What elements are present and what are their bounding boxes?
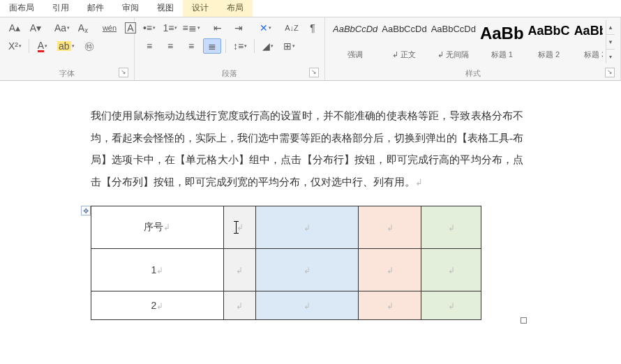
table-cell[interactable]: ↲	[359, 249, 421, 291]
document-table[interactable]: 序号↲↲↲↲↲1↲↲↲↲↲2↲↲↲↲↲	[91, 206, 481, 320]
chevron-down-icon: ▾	[269, 25, 271, 31]
style-name: 标题 2	[538, 50, 560, 60]
group-paragraph-label: 段落 ↘	[140, 67, 319, 79]
table-cell[interactable]: ↲	[255, 249, 359, 291]
gallery-scroll-up[interactable]: ▲	[606, 20, 615, 35]
cell-mark-icon: ↲	[304, 223, 310, 233]
align-distribute-icon: ≣	[208, 41, 216, 51]
bullets-button[interactable]: •≡▾	[140, 20, 158, 36]
text-cursor	[236, 221, 237, 234]
character-border-button[interactable]: A	[121, 20, 140, 36]
pilcrow-icon: ¶	[310, 23, 315, 33]
superscript-icon: X²	[8, 41, 18, 51]
sort-button[interactable]: A↓Z	[283, 20, 301, 36]
table-row[interactable]: 1↲↲↲↲↲	[91, 249, 481, 291]
cell-mark-icon: ↲	[448, 223, 455, 233]
style-item-1[interactable]: AaBbCcDd↲ 正文	[380, 20, 428, 62]
table-cell[interactable]: ↲	[223, 249, 255, 291]
group-font-label: 字体 ↘	[6, 67, 128, 79]
increase-indent-button[interactable]: ⇥	[230, 20, 248, 36]
table-cell[interactable]: ↲	[421, 291, 481, 320]
chevron-down-icon: ▾	[244, 43, 247, 49]
line-spacing-button[interactable]: ↕≡▾	[230, 38, 250, 54]
styles-gallery-scroll: ▲ ▼ ▾	[606, 20, 615, 63]
style-item-4[interactable]: AaBbC标题 2	[526, 20, 572, 62]
style-item-3[interactable]: AaBb标题 1	[478, 20, 526, 62]
table-cell[interactable]: 2↲	[91, 291, 224, 320]
grow-font-button[interactable]: A▴	[6, 20, 24, 36]
font-dialog-launcher[interactable]: ↘	[119, 68, 128, 77]
tab-view[interactable]: 视图	[148, 0, 183, 17]
align-right-button[interactable]: ≡	[182, 38, 200, 54]
asian-layout-button[interactable]: ✕▾	[256, 20, 274, 36]
styles-gallery: AaBbCcDd强调AaBbCcDd↲ 正文AaBbCcDd↲ 无间隔AaBb标…	[331, 20, 603, 62]
gallery-scroll-down[interactable]: ▼	[606, 35, 615, 50]
align-left-button[interactable]: ≡	[140, 38, 158, 54]
chevron-down-icon: ▾	[19, 43, 22, 49]
table-move-handle[interactable]: ✥	[81, 206, 91, 215]
document-area[interactable]: 我们使用鼠标拖动边线进行宽度或行高的设置时，并不能准确的使表格等距，导致表格分布…	[0, 81, 621, 364]
font-color-icon: A	[38, 40, 44, 52]
chevron-down-icon: ▾	[292, 43, 295, 49]
style-item-0[interactable]: AaBbCcDd强调	[331, 20, 380, 62]
group-font: A▴ A▾ Aa▾ Aᵪ wén A X²▾ A▾ ab▾ ㊕ 字体 ↘	[0, 17, 135, 80]
borders-button[interactable]: ⊞▾	[280, 38, 298, 54]
tab-references[interactable]: 引用	[43, 0, 78, 17]
table-row[interactable]: 序号↲↲↲↲↲	[91, 206, 481, 249]
change-case-button[interactable]: Aa▾	[53, 20, 71, 36]
shrink-font-button[interactable]: A▾	[27, 20, 45, 36]
tab-table-layout[interactable]: 布局	[218, 0, 253, 17]
enclose-char-button[interactable]: ㊕	[80, 38, 98, 54]
table-cell[interactable]: ↲	[359, 291, 421, 320]
sort-icon: A↓Z	[285, 24, 299, 32]
tab-table-design[interactable]: 设计	[183, 0, 218, 17]
char-border-icon: A	[125, 22, 135, 33]
multilevel-list-button[interactable]: ≡≣▾	[182, 20, 200, 36]
align-center-button[interactable]: ≡	[161, 38, 179, 54]
paragraph[interactable]: 我们使用鼠标拖动边线进行宽度或行高的设置时，并不能准确的使表格等距，导致表格分布…	[91, 105, 523, 193]
table-cell[interactable]: ↲	[255, 291, 359, 320]
increase-indent-icon: ⇥	[234, 23, 243, 33]
table-row[interactable]: 2↲↲↲↲↲	[91, 291, 481, 320]
align-center-icon: ≡	[167, 41, 173, 51]
table-cell[interactable]: ↲	[223, 206, 255, 249]
chevron-down-icon: ▾	[153, 25, 156, 31]
chevron-down-icon: ▾	[197, 25, 200, 31]
align-distribute-button[interactable]: ≣	[203, 38, 221, 54]
change-case-icon: Aa	[54, 23, 66, 33]
clear-formatting-button[interactable]: Aᵪ	[74, 20, 92, 36]
table-cell[interactable]: ↲	[421, 206, 481, 249]
superscript-button[interactable]: X²▾	[6, 38, 24, 54]
shading-button[interactable]: ◢▾	[259, 38, 277, 54]
group-font-label-text: 字体	[59, 69, 75, 77]
style-item-2[interactable]: AaBbCcDd↲ 无间隔	[429, 20, 478, 62]
cell-text: 序号	[144, 221, 163, 232]
tab-page-layout[interactable]: 面布局	[0, 0, 43, 17]
table-cell[interactable]: ↲	[255, 206, 359, 249]
table-cell[interactable]: ↲	[223, 291, 255, 320]
table-cell[interactable]: ↲	[421, 249, 481, 291]
char-shading-button[interactable]: ab▾	[54, 38, 77, 54]
decrease-indent-button[interactable]: ⇤	[209, 20, 227, 36]
style-preview: AaBbCcDd	[431, 24, 476, 34]
paragraph-dialog-launcher[interactable]: ↘	[309, 68, 319, 77]
phonetic-guide-button[interactable]: wén	[100, 20, 119, 36]
gallery-expand[interactable]: ▾	[606, 50, 615, 63]
cell-mark-icon: ↲	[387, 266, 394, 275]
table-cell[interactable]: 1↲	[91, 249, 224, 291]
table-resize-handle[interactable]	[521, 317, 527, 324]
cell-mark-icon: ↲	[236, 266, 243, 275]
clear-format-icon: Aᵪ	[78, 23, 88, 33]
table-cell[interactable]: 序号↲	[91, 206, 224, 249]
style-item-5[interactable]: AaBbC标题 3	[572, 20, 603, 62]
show-marks-button[interactable]: ¶	[304, 20, 322, 36]
font-color-button[interactable]: A▾	[33, 38, 52, 54]
styles-dialog-launcher[interactable]: ↘	[605, 68, 615, 77]
shrink-font-icon: A▾	[30, 23, 41, 33]
numbering-button[interactable]: 1≡▾	[161, 20, 179, 36]
ribbon: A▴ A▾ Aa▾ Aᵪ wén A X²▾ A▾ ab▾ ㊕ 字体 ↘	[0, 17, 621, 81]
tab-mailings[interactable]: 邮件	[78, 0, 113, 17]
tab-review[interactable]: 审阅	[113, 0, 148, 17]
group-styles-body: AaBbCcDd强调AaBbCcDd↲ 正文AaBbCcDd↲ 无间隔AaBb标…	[331, 20, 615, 63]
table-cell[interactable]: ↲	[359, 206, 421, 249]
